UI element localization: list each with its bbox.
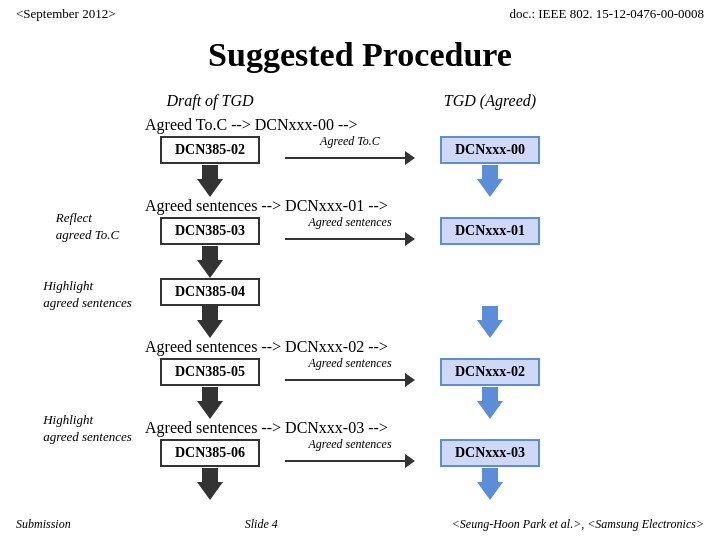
page-title: Suggested Procedure <box>0 36 720 74</box>
dcn385-04-box: DCN385-04 <box>160 278 260 306</box>
tgd-header: TGD (Agreed) <box>444 92 536 109</box>
footer-right: <Seung-Hoon Park et al.>, <Samsung Elect… <box>452 517 704 532</box>
diagram-area: Draft of TGD TGD (Agreed) Agreed To.C --… <box>145 92 690 500</box>
agreed-sentences-3-label: Agreed sentences <box>308 437 391 452</box>
dcnxxx-02-box: DCNxxx-02 <box>440 358 540 386</box>
footer-center: Slide 4 <box>245 517 278 532</box>
dcnxxx-01-box: DCNxxx-01 <box>440 217 540 245</box>
agreed-sentences-1-label: Agreed sentences <box>308 215 391 230</box>
footer: Submission Slide 4 <Seung-Hoon Park et a… <box>0 517 720 532</box>
dcnxxx-00-box: DCNxxx-00 <box>440 136 540 164</box>
dcnxxx-03-box: DCNxxx-03 <box>440 439 540 467</box>
label-highlight-2: Highlightagreed sentences <box>43 412 132 446</box>
left-labels: Reflectagreed To.C Highlightagreed sente… <box>30 92 145 500</box>
header-right: doc.: IEEE 802. 15-12-0476-00-0008 <box>509 6 704 22</box>
header-bar: <September 2012> doc.: IEEE 802. 15-12-0… <box>0 0 720 28</box>
label-reflect: Reflectagreed To.C <box>56 210 119 244</box>
agreed-toc-label: Agreed To.C <box>320 134 380 149</box>
agreed-sentences-2-label: Agreed sentences <box>308 356 391 371</box>
draft-header: Draft of TGD <box>166 92 253 109</box>
dcn385-05-box: DCN385-05 <box>160 358 260 386</box>
header-left: <September 2012> <box>16 6 116 22</box>
dcn385-02-box: DCN385-02 <box>160 136 260 164</box>
dcn385-06-box: DCN385-06 <box>160 439 260 467</box>
label-highlight-1: Highlightagreed sentences <box>43 278 132 312</box>
dcn385-03-box: DCN385-03 <box>160 217 260 245</box>
footer-left: Submission <box>16 517 71 532</box>
